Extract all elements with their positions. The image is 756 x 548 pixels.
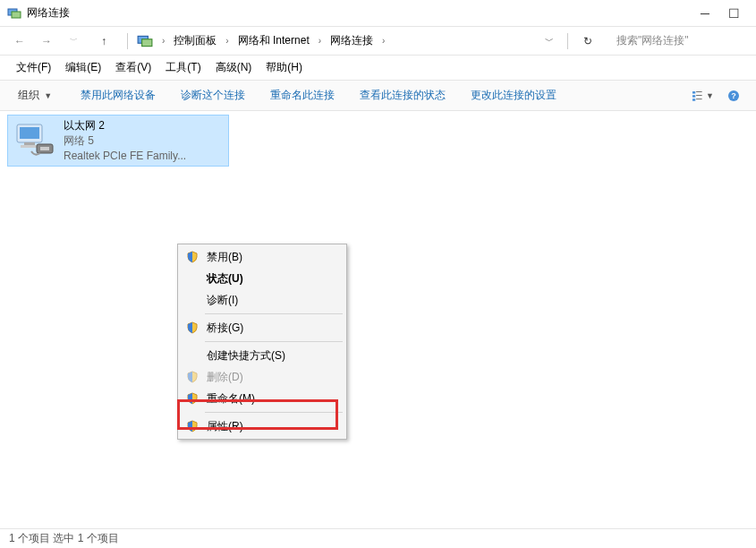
up-button[interactable]: ↑ (93, 30, 115, 52)
svg-rect-4 (692, 91, 695, 93)
separator (567, 33, 568, 49)
toolbar-rename[interactable]: 重命名此连接 (263, 88, 342, 103)
breadcrumb-item[interactable]: 控制面板 (174, 33, 217, 48)
breadcrumb-item[interactable]: 网络和 Internet (238, 33, 310, 48)
crumb-sep: › (319, 36, 321, 46)
shield-icon (185, 419, 200, 433)
breadcrumb-item[interactable]: 网络连接 (330, 33, 373, 48)
ctx-create-shortcut[interactable]: 创建快捷方式(S) (180, 345, 344, 366)
window-title: 网络连接 (27, 5, 699, 21)
toolbar-settings[interactable]: 更改此连接的设置 (463, 88, 564, 103)
toolbar: 组织 ▼ 禁用此网络设备 诊断这个连接 重命名此连接 查看此连接的状态 更改此连… (0, 81, 756, 111)
svg-rect-5 (696, 91, 702, 92)
help-button[interactable]: ? (722, 86, 745, 106)
ctx-disable[interactable]: 禁用(B) (180, 246, 344, 268)
ctx-delete: 删除(D) (180, 366, 344, 388)
toolbar-status[interactable]: 查看此连接的状态 (353, 88, 453, 103)
toolbar-diagnose[interactable]: 诊断这个连接 (174, 88, 252, 103)
recent-dropdown[interactable]: ﹀ (63, 30, 84, 52)
statusbar-text: 1 个项目 选中 1 个项目 (9, 531, 119, 546)
crumb-sep: › (162, 36, 165, 46)
ctx-label: 禁用(B) (207, 250, 242, 265)
shield-icon (185, 321, 200, 335)
ctx-separator (205, 341, 343, 342)
ctx-label: 状态(U) (207, 271, 243, 287)
svg-rect-13 (20, 127, 39, 139)
ctx-label: 删除(D) (207, 370, 243, 385)
ctx-separator (205, 313, 343, 314)
connection-device: Realtek PCIe FE Family... (64, 149, 186, 163)
minimize-button[interactable]: ─ (699, 7, 711, 20)
view-options-button[interactable]: ▼ (692, 86, 715, 106)
crumb-sep: › (382, 36, 385, 46)
ctx-label: 重命名(M) (207, 391, 255, 407)
refresh-button[interactable]: ↻ (577, 35, 599, 47)
chevron-down-icon: ▼ (706, 91, 714, 100)
search-placeholder: 搜索"网络连接" (616, 33, 689, 48)
svg-rect-7 (696, 95, 702, 96)
context-menu: 禁用(B) 状态(U) 诊断(I) 桥接(G) 创建快捷方式(S) 删除(D) … (177, 244, 347, 440)
menubar: 文件(F) 编辑(E) 查看(V) 工具(T) 高级(N) 帮助(H) (0, 56, 756, 81)
content-area: 以太网 2 网络 5 Realtek PCIe FE Family... 禁用(… (0, 111, 756, 528)
ctx-status[interactable]: 状态(U) (180, 268, 344, 289)
svg-rect-15 (21, 145, 38, 148)
titlebar: 网络连接 ─ ☐ (0, 0, 756, 27)
ctx-label: 创建快捷方式(S) (207, 348, 285, 364)
svg-rect-1 (12, 12, 21, 18)
menu-edit[interactable]: 编辑(E) (58, 56, 108, 79)
ctx-label: 诊断(I) (207, 293, 238, 308)
shield-icon (185, 370, 200, 384)
shield-icon (185, 391, 200, 406)
statusbar: 1 个项目 选中 1 个项目 (0, 528, 756, 548)
ethernet-icon (13, 121, 56, 160)
navigation-bar: ← → ﹀ ↑ › 控制面板 › 网络和 Internet › 网络连接 › ﹀… (0, 27, 756, 56)
connection-name: 以太网 2 (64, 118, 186, 133)
crumb-sep: › (225, 36, 228, 46)
toolbar-disable[interactable]: 禁用此网络设备 (73, 88, 163, 103)
connection-item[interactable]: 以太网 2 网络 5 Realtek PCIe FE Family... (7, 115, 229, 167)
back-button[interactable]: ← (9, 30, 30, 52)
connection-status: 网络 5 (64, 133, 186, 148)
ctx-diagnose[interactable]: 诊断(I) (180, 289, 344, 311)
menu-file[interactable]: 文件(F) (9, 56, 58, 79)
svg-rect-14 (24, 142, 35, 145)
network-connections-icon (7, 6, 21, 21)
ctx-bridge[interactable]: 桥接(G) (180, 317, 344, 338)
menu-view[interactable]: 查看(V) (108, 56, 158, 79)
svg-rect-17 (40, 147, 49, 150)
chevron-down-icon: ▼ (44, 91, 52, 100)
ctx-rename[interactable]: 重命名(M) (180, 388, 344, 409)
location-icon (137, 33, 153, 49)
menu-help[interactable]: 帮助(H) (259, 56, 310, 79)
forward-button[interactable]: → (36, 30, 57, 52)
ctx-label: 属性(R) (207, 419, 243, 434)
menu-advanced[interactable]: 高级(N) (208, 56, 259, 79)
organize-button[interactable]: 组织 ▼ (11, 88, 59, 103)
search-input[interactable]: 搜索"网络连接" (613, 31, 747, 51)
svg-rect-6 (692, 95, 695, 97)
svg-rect-9 (696, 98, 702, 99)
organize-label: 组织 (18, 89, 39, 101)
maximize-button[interactable]: ☐ (727, 7, 740, 20)
address-dropdown[interactable]: ﹀ (540, 35, 558, 47)
ctx-separator (205, 412, 343, 413)
svg-rect-8 (692, 98, 695, 100)
svg-rect-3 (142, 39, 152, 46)
menu-tools[interactable]: 工具(T) (158, 56, 208, 79)
separator (127, 33, 128, 49)
shield-icon (185, 250, 200, 264)
ctx-label: 桥接(G) (207, 321, 243, 336)
ctx-properties[interactable]: 属性(R) (180, 415, 344, 437)
svg-text:?: ? (731, 91, 736, 100)
